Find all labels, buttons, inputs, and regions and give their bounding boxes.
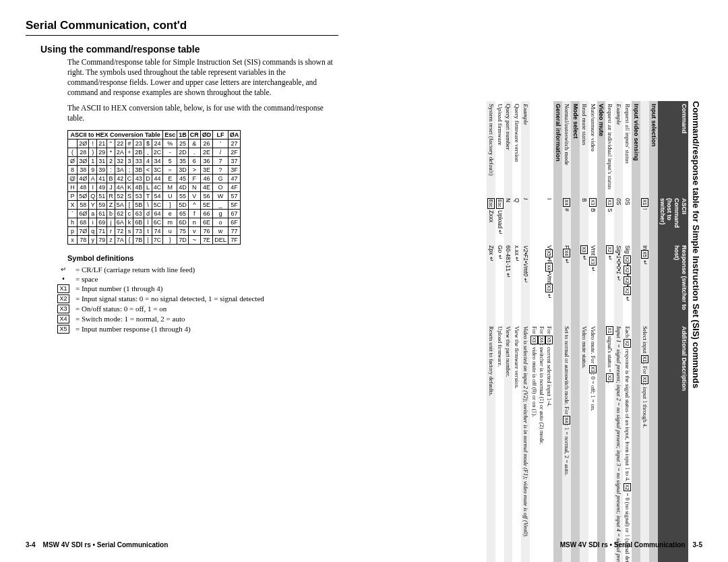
hex-cell: 47 [228,174,241,183]
hex-cell: 4E [200,183,213,191]
hex-cell: o [213,218,229,226]
sis-caption: Command/response table for Simple Instru… [691,101,701,411]
hex-cell: 2Ø [78,139,89,148]
hex-cell: t [144,226,152,235]
hex-cell: = [163,165,177,174]
hex-cell: 8 [68,165,78,174]
hex-cell: . [188,148,200,156]
sis-ascii: X4 # [562,195,571,243]
symbol-def: = Input signal status: 0 = no signal det… [73,294,267,304]
hex-cell: 6Ø [78,209,89,218]
right-page: Command/response table for Simple Instru… [364,0,728,562]
sis-command: System reset (factory default) [487,101,495,195]
sis-command: Example [614,101,623,195]
hex-cell: d [144,209,152,218]
hex-cell: E [163,174,177,183]
hex-cell: 45 [177,174,189,183]
hex-cell: k [125,218,133,226]
hex-cell: 22 [115,139,125,148]
hex-cell: 42 [115,174,125,183]
hex-cell: F [188,174,200,183]
hex-cell: O [213,183,229,191]
hex-cell: 41 [97,174,107,183]
hex-cell: l [144,218,152,226]
sis-response: X2 ↵ [605,243,614,323]
hex-cell: 79 [97,235,107,244]
hex-cell: 53 [133,191,144,200]
hex-cell: V [188,191,200,200]
hex-cell: j [107,218,115,226]
hex-cell: 3D [177,165,189,174]
hex-cell: 37 [228,156,241,165]
symbol-key: ↵ [54,265,73,274]
hex-cell: 3Ø [78,156,89,165]
hex-cell: G [213,174,229,183]
hex-cell: M [163,183,177,191]
hex-cell: Q [89,191,97,200]
sis-command: Normal/autoswitch mode [562,101,571,195]
sis-group-label: Mode select [571,101,580,562]
symbol-def: = space [73,274,267,284]
hex-cell: 26 [200,139,213,148]
hex-cell: & [188,139,200,148]
hex-cell: 5C [152,200,163,209]
para-1: The Command/response table for Simple In… [67,57,338,98]
hex-cell: 2C [152,148,163,156]
hex-cell: 33 [133,156,144,165]
sis-response: Sig•1•0•0•1 ↵ [614,243,623,323]
hex-cell: > [188,165,200,174]
hex-cell: { [125,235,133,244]
hex-cell: f [188,209,200,218]
sis-table: Command ASCII Command (host to switcher)… [487,101,688,562]
hex-cell: R [107,191,115,200]
hex-cell: 6F [228,218,241,226]
hex-cell: 48 [78,183,89,191]
hex-cell: 71 [97,226,107,235]
hex-cell: s [125,226,133,235]
hex-cell: 68 [78,218,89,226]
hex-cell: 51 [97,191,107,200]
hex-cell: ; [125,165,133,174]
hex-cell: 57 [228,191,241,200]
hex-cell: 4C [152,183,163,191]
hex-cell: 36 [200,156,213,165]
hex-cell: P [68,191,78,200]
hex-cell: 73 [133,226,144,235]
sis-description: Input 1 = signal present; input 2 = no s… [614,323,623,562]
hex-cell: 44 [152,174,163,183]
hex-cell: 7F [228,235,241,244]
sis-command [530,101,553,195]
hex-cell: A [89,174,97,183]
hex-cell: 77 [228,226,241,235]
hex-cell: 3B [133,165,144,174]
hex-cell: 78 [78,235,89,244]
hex-cell: 6C [152,218,163,226]
sis-ascii: Esc Upload ↵ [495,195,504,243]
sis-ascii: B [580,195,588,243]
hex-cell: 27 [228,139,241,148]
hex-cell: 52 [115,191,125,200]
hex-cell: 61 [97,209,107,218]
sis-ascii: Esc Zxxx [487,195,495,243]
sis-group-label: Input video sensing [632,101,640,562]
hex-cell: 7Ø [78,226,89,235]
left-page: Serial Communication, cont'd Using the c… [0,0,364,562]
symbol-definitions-title: Symbol definitions [67,254,338,262]
hex-cell: 4F [228,183,241,191]
hex-cell: 38 [78,165,89,174]
hex-cell: 6 [188,156,200,165]
sis-description: Upload firmware. [495,323,504,562]
hex-cell: 9 [89,165,97,174]
hex-cell: m [163,218,177,226]
hex-cell: 4B [133,183,144,191]
subheading: Using the command/response table [40,44,338,55]
hex-cell: : [107,165,115,174]
hex-cell: % [163,139,177,148]
hex-cell: c [125,209,133,218]
sis-command: Request all inputs' status [623,101,632,195]
hex-cell: 63 [133,209,144,218]
hex-cell: * [107,148,115,156]
hex-cell: 4D [177,183,189,191]
hex-cell: 3E [200,165,213,174]
hex-cell: 7C [152,235,163,244]
